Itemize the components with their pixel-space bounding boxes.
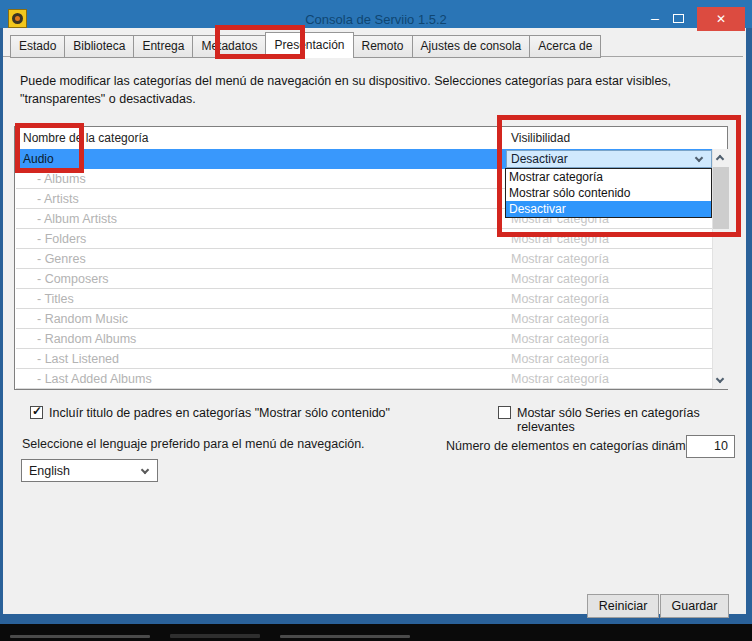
intro-text: Puede modificar las categorías del menú … — [20, 72, 726, 108]
tab-remoto[interactable]: Remoto — [353, 35, 413, 58]
close-button[interactable]: ✕ — [697, 7, 745, 31]
scrollbar-down-button[interactable] — [713, 372, 729, 389]
table-row[interactable]: - GenresMostrar categoría — [16, 249, 712, 269]
category-name: - Titles — [37, 292, 74, 306]
screenshot-stage: Consola de Serviio 1.5.2 – ✕ EstadoBibli… — [0, 0, 752, 641]
table-row[interactable]: - TitlesMostrar categoría — [16, 289, 712, 309]
table-row[interactable]: - Random AlbumsMostrar categoría — [16, 329, 712, 349]
include-parent-title-checkbox[interactable]: ✓ — [30, 406, 43, 419]
tab-bar: EstadoBibliotecaEntregaMetadatosPresenta… — [10, 35, 600, 58]
category-name: - Genres — [37, 252, 86, 266]
table-row[interactable]: - Random MusicMostrar categoría — [16, 309, 712, 329]
category-visibility: Mostrar categoría — [511, 292, 609, 306]
category-name: - Artists — [37, 192, 79, 206]
desktop-strip-bottom — [0, 631, 752, 641]
category-visibility: Mostrar categoría — [511, 272, 609, 286]
tab-ajustes-de-consola[interactable]: Ajustes de consola — [412, 35, 531, 58]
language-label: Seleccione el lenguaje preferido para el… — [22, 437, 365, 451]
category-name: - Albums — [37, 172, 86, 186]
dynamic-items-input[interactable]: 10 — [686, 435, 735, 458]
category-name: - Folders — [37, 232, 86, 246]
chevron-down-icon — [141, 466, 149, 474]
tab-acerca-de[interactable]: Acerca de — [529, 35, 601, 58]
dynamic-items-label: Número de elementos en categorías dinámi… — [446, 439, 711, 453]
chevron-down-icon — [716, 375, 724, 383]
annotation-box-presentacion-tab — [215, 25, 305, 59]
category-visibility: Mostrar categoría — [511, 312, 609, 326]
language-select[interactable]: English — [21, 459, 158, 482]
category-visibility: Mostrar categoría — [511, 252, 609, 266]
table-row[interactable]: - Last Added AlbumsMostrar categoría — [16, 369, 712, 389]
table-row[interactable]: - ComposersMostrar categoría — [16, 269, 712, 289]
language-value: English — [29, 464, 70, 478]
category-name: - Composers — [37, 272, 109, 286]
tab-estado[interactable]: Estado — [10, 35, 65, 58]
checkmark-icon: ✓ — [32, 404, 42, 418]
include-parent-title-label: Incluír titulo de padres en categorías "… — [49, 406, 390, 420]
show-series-only-label: Mostar sólo Series en categorías relevan… — [517, 406, 752, 434]
category-name: - Random Music — [37, 312, 128, 326]
annotation-box-visibility — [497, 115, 741, 237]
minimize-button[interactable]: – — [644, 10, 666, 28]
category-name: - Random Albums — [37, 332, 136, 346]
window-title: Consola de Serviio 1.5.2 — [0, 12, 752, 27]
category-name: - Album Artists — [37, 212, 117, 226]
table-row[interactable]: - Last ListenedMostrar categoría — [16, 349, 712, 369]
category-name: - Last Listened — [37, 352, 119, 366]
category-visibility: Mostrar categoría — [511, 372, 609, 386]
category-name: - Last Added Albums — [37, 372, 152, 386]
restart-button[interactable]: Reiniciar — [587, 594, 659, 618]
category-visibility: Mostrar categoría — [511, 332, 609, 346]
save-button[interactable]: Guardar — [660, 594, 729, 618]
tab-entrega[interactable]: Entrega — [133, 35, 193, 58]
annotation-box-audio-row — [15, 123, 84, 173]
show-series-only-checkbox[interactable] — [498, 406, 511, 419]
maximize-button[interactable] — [673, 14, 684, 23]
tab-biblioteca[interactable]: Biblioteca — [64, 35, 134, 58]
category-visibility: Mostrar categoría — [511, 352, 609, 366]
